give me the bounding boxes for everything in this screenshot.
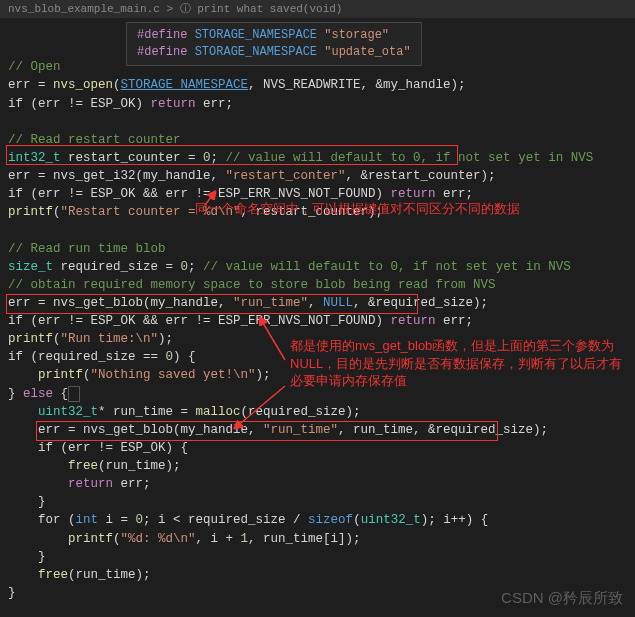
code-line: free(run_time); [8,566,635,584]
code-line [8,113,635,131]
highlight-box-1 [6,145,458,165]
annotation-2: 都是使用的nvs_get_blob函数，但是上面的第三个参数为NULL，目的是先… [290,337,625,390]
code-line: // obtain required memory space to store… [8,276,635,294]
code-line: // Read run time blob [8,240,635,258]
code-line: size_t required_size = 0; // value will … [8,258,635,276]
watermark: CSDN @矜辰所致 [501,587,623,609]
code-line: } [8,548,635,566]
editor-tab-bar: nvs_blob_example_main.c > ⓘ print what s… [0,0,635,18]
code-line: err = nvs_open(STORAGE_NAMESPACE, NVS_RE… [8,76,635,94]
code-line: if (err != ESP_OK) { [8,439,635,457]
code-line: for (int i = 0; i < required_size / size… [8,511,635,529]
highlight-box-2 [6,294,418,314]
code-line [8,221,635,239]
annotation-1: 同一个命名空间中，可以根据键值对不同区分不同的数据 [195,200,520,218]
highlight-box-3 [36,421,498,441]
code-line: return err; [8,475,635,493]
code-line: if (err != ESP_OK && err != ESP_ERR_NVS_… [8,312,635,330]
hover-tooltip: #define STORAGE_NAMESPACE "storage" #def… [126,22,422,66]
code-line: free(run_time); [8,457,635,475]
code-line: err = nvs_get_i32(my_handle, "restart_co… [8,167,635,185]
code-line: if (err != ESP_OK) return err; [8,95,635,113]
storage-namespace-link[interactable]: STORAGE_NAMESPACE [121,78,249,92]
code-line: uint32_t* run_time = malloc(required_siz… [8,403,635,421]
code-line: } [8,493,635,511]
code-line: printf("%d: %d\n", i + 1, run_time[i]); [8,530,635,548]
